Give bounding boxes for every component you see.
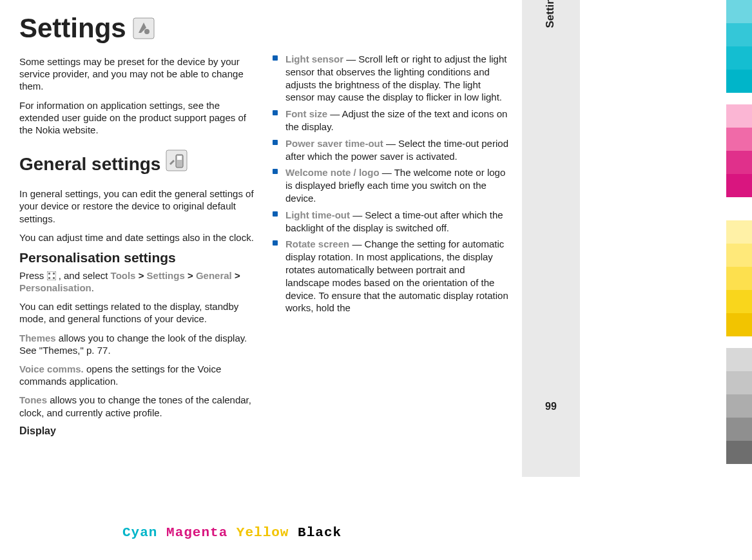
swatch	[726, 0, 752, 23]
svg-rect-6	[48, 273, 50, 275]
list-item: Welcome note / logo — The welcome note o…	[273, 166, 509, 204]
general-paragraph-2: You can adjust time and date settings al…	[19, 231, 256, 244]
swatch	[726, 267, 752, 290]
svg-point-1	[144, 29, 149, 34]
themes-paragraph: Themes allows you to change the look of …	[19, 332, 256, 356]
svg-rect-7	[53, 273, 55, 275]
themes-label: Themes	[19, 333, 56, 343]
color-calibration-strip	[726, 0, 752, 464]
swatch	[726, 371, 752, 394]
display-item-label: Font size	[285, 108, 327, 119]
swatch	[726, 23, 752, 46]
page-content: Settings Some settings may be preset for…	[19, 13, 509, 449]
magenta-mark: Magenta	[166, 525, 227, 540]
black-mark: Black	[298, 525, 342, 540]
swatch	[726, 128, 752, 151]
intro-paragraph-1: Some settings may be preset for the devi…	[19, 55, 256, 93]
press-label: Press	[19, 270, 47, 281]
path-personalisation: Personalisation	[19, 282, 92, 293]
print-registration-marks: Cyan Magenta Yellow Black	[122, 525, 342, 540]
svg-rect-9	[53, 277, 55, 279]
general-settings-heading: General settings	[19, 154, 160, 175]
tones-label: Tones	[19, 394, 47, 405]
personalisation-paragraph-2: You can edit settings related to the dis…	[19, 300, 256, 325]
side-index-bar: Settings 99	[522, 0, 580, 477]
cyan-mark: Cyan	[122, 525, 157, 540]
list-item: Light sensor — Scroll left or right to a…	[273, 53, 509, 104]
svg-rect-8	[48, 277, 50, 279]
page-title: Settings	[19, 13, 126, 44]
voice-paragraph: Voice comms. opens the settings for the …	[19, 363, 256, 387]
path-tools: Tools	[111, 270, 136, 281]
display-heading: Display	[19, 425, 256, 437]
display-item-label: Rotate screen	[285, 238, 349, 249]
list-item: Font size — Adjust the size of the text …	[273, 108, 509, 133]
swatch	[726, 348, 752, 371]
list-item: Power saver time-out — Select the time-o…	[273, 137, 509, 163]
display-item-label: Light time-out	[285, 209, 350, 220]
swatch	[726, 220, 752, 244]
menu-key-icon	[47, 271, 56, 280]
select-label: , and select	[59, 270, 111, 281]
display-item-text: — Change the setting for automatic displ…	[285, 238, 508, 313]
swatch	[726, 46, 752, 70]
settings-icon	[133, 17, 155, 39]
personalisation-heading: Personalisation settings	[19, 250, 256, 266]
path-separator: >	[188, 270, 193, 281]
swatch	[726, 151, 752, 174]
display-list: Light sensor — Scroll left or right to a…	[273, 53, 509, 314]
list-item: Rotate screen — Change the setting for a…	[273, 238, 509, 314]
swatch	[726, 290, 752, 313]
voice-label: Voice comms.	[19, 363, 84, 374]
swatch	[726, 394, 752, 418]
path-general: General	[196, 270, 232, 281]
list-item: Light time-out — Select a time-out after…	[273, 209, 509, 235]
swatch	[726, 244, 752, 267]
swatch	[726, 174, 752, 197]
yellow-mark: Yellow	[236, 525, 289, 540]
general-paragraph-1: In general settings, you can edit the ge…	[19, 188, 256, 225]
display-item-label: Power saver time-out	[285, 138, 383, 149]
path-dot: .	[92, 282, 94, 293]
path-separator: >	[139, 270, 144, 281]
svg-rect-4	[177, 156, 182, 160]
swatch	[726, 104, 752, 128]
tones-paragraph: Tones allows you to change the tones of …	[19, 394, 256, 418]
page-number: 99	[522, 401, 580, 412]
display-item-label: Welcome note / logo	[285, 167, 380, 178]
swatch	[726, 70, 752, 93]
swatch	[726, 313, 752, 336]
display-item-label: Light sensor	[285, 53, 343, 64]
tones-text: allows you to change the tones of the ca…	[19, 394, 251, 418]
personalisation-path: Press , and select Tools > Settings > Ge…	[19, 269, 256, 294]
intro-paragraph-2: For information on application settings,…	[19, 99, 256, 137]
side-section-label: Settings	[544, 0, 557, 35]
path-separator: >	[235, 270, 240, 281]
swatch	[726, 441, 752, 464]
phone-tools-icon	[166, 150, 188, 171]
path-settings: Settings	[147, 270, 185, 281]
swatch	[726, 418, 752, 441]
